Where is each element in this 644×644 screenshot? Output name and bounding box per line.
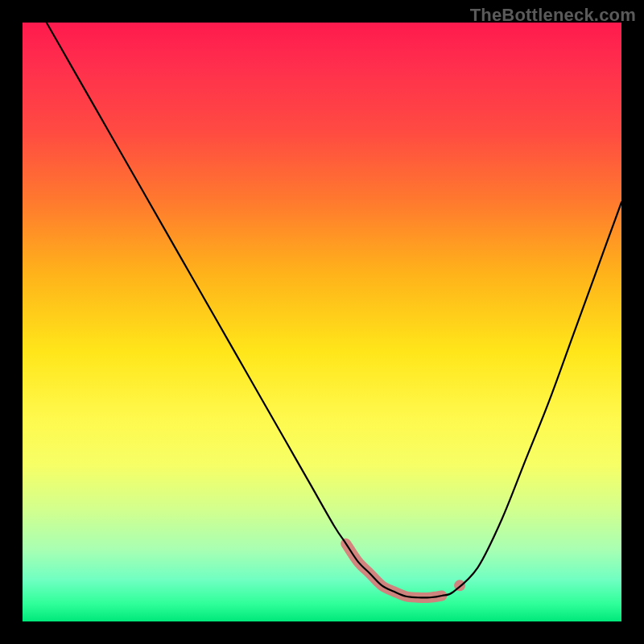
chart-frame: TheBottleneck.com <box>0 0 644 644</box>
bottleneck-curve <box>47 23 621 597</box>
optimal-range-highlight <box>346 543 442 597</box>
curve-layer <box>23 23 621 621</box>
gradient-plot-area <box>23 23 621 621</box>
